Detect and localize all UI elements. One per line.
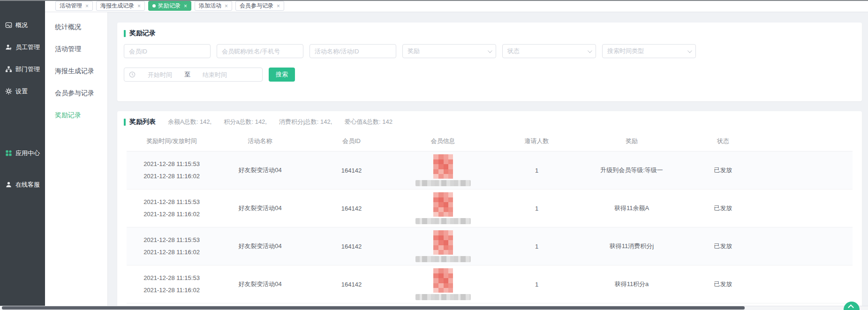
filter-text-input[interactable]: [309, 44, 396, 58]
primary-sidebar-item[interactable]: 概况: [0, 14, 45, 36]
tab[interactable]: 添加活动 ×: [195, 1, 232, 11]
overview-chart-icon: [5, 22, 12, 29]
cell-status: 已发放: [676, 204, 770, 212]
cell-invite-count: 1: [486, 167, 587, 174]
cell-member-info: [400, 154, 486, 186]
secondary-sidebar-item[interactable]: 奖励记录: [45, 104, 107, 126]
reward-total-stat: 积分a总数: 142,: [224, 118, 267, 126]
cell-member-info: [400, 230, 486, 262]
end-time-input[interactable]: [193, 71, 236, 78]
tab[interactable]: 奖励记录 ×: [148, 1, 191, 11]
primary-sidebar-group-main: 概况 员工管理 部门管理 设置: [0, 14, 45, 102]
cell-member-info: [400, 268, 486, 300]
cell-reward: 获得11余额A: [587, 204, 676, 212]
cell-member-id: 164142: [303, 205, 400, 212]
tab-close-icon[interactable]: ×: [225, 3, 228, 9]
reward-time: 2021-12-28 11:15:53: [127, 272, 217, 284]
reward-time: 2021-12-28 11:15:53: [127, 196, 217, 208]
secondary-sidebar-item-label: 海报生成记录: [55, 67, 94, 76]
filter-select[interactable]: 搜索时间类型: [602, 44, 696, 58]
title-accent-bar: [124, 30, 126, 37]
customer-service-icon: [5, 181, 12, 189]
tab-close-icon[interactable]: ×: [137, 3, 141, 9]
member-info: [400, 268, 486, 300]
cell-activity-name: 好友裂变活动04: [217, 204, 303, 212]
table-body: 2021-12-28 11:15:53 2021-12-28 11:16:02 …: [127, 151, 853, 303]
primary-sidebar-item[interactable]: 在线客服: [0, 174, 45, 196]
primary-sidebar-item[interactable]: 员工管理: [0, 36, 45, 58]
start-time-input[interactable]: [138, 71, 181, 78]
grant-time: 2021-12-28 11:16:02: [127, 208, 217, 220]
lower-pane: 统计概况 活动管理 海报生成记录 会员参与记录 奖励记录 奖励记录 奖励: [45, 12, 868, 310]
window-top-edge: [0, 0, 868, 1]
employee-icon: [5, 44, 12, 51]
secondary-sidebar-item[interactable]: 统计概况: [45, 16, 107, 38]
table-row: 2021-12-28 11:15:53 2021-12-28 11:16:02 …: [127, 151, 853, 189]
chevron-up-icon: [848, 304, 854, 310]
tab-close-icon[interactable]: ×: [85, 3, 89, 9]
filter-text-input[interactable]: [217, 44, 303, 58]
tab[interactable]: 活动管理 ×: [55, 1, 93, 11]
tab-label: 活动管理: [60, 2, 82, 10]
search-panel-title: 奖励记录: [124, 29, 855, 38]
cell-status: 已发放: [676, 166, 770, 174]
tab[interactable]: 会员参与记录 ×: [235, 1, 284, 11]
tab[interactable]: 海报生成记录 ×: [96, 1, 145, 11]
tab-close-icon[interactable]: ×: [277, 3, 280, 9]
primary-sidebar-item[interactable]: 设置: [0, 80, 45, 102]
filter-select[interactable]: 状态: [502, 44, 596, 58]
title-accent-bar: [124, 119, 126, 126]
cell-activity-name: 好友裂变活动04: [217, 280, 303, 288]
secondary-sidebar-item[interactable]: 海报生成记录: [45, 60, 107, 82]
member-info: [400, 154, 486, 186]
cell-reward: 获得11积分a: [587, 280, 676, 288]
horizontal-scrollbar-track: [0, 306, 868, 310]
grant-time: 2021-12-28 11:16:02: [127, 284, 217, 296]
secondary-sidebar-item-label: 会员参与记录: [55, 89, 94, 98]
cell-reward-time: 2021-12-28 11:15:53 2021-12-28 11:16:02: [127, 234, 217, 258]
tab-bar: 活动管理 × 海报生成记录 × 奖励记录 × 添加活动 × 会员参与记录 ×: [45, 0, 868, 12]
right-pane: 活动管理 × 海报生成记录 × 奖励记录 × 添加活动 × 会员参与记录 × 统…: [45, 0, 868, 310]
filter-text-input[interactable]: [124, 44, 211, 58]
cell-reward: 获得11消费积分j: [587, 242, 676, 250]
primary-sidebar-item-label: 设置: [15, 87, 28, 96]
tab-label: 会员参与记录: [240, 2, 273, 10]
tab-close-icon[interactable]: ×: [184, 3, 187, 9]
primary-sidebar-item-label: 员工管理: [15, 43, 40, 52]
reward-total-stat: 爱心值&总数: 142: [344, 118, 392, 126]
department-org-icon: [5, 66, 12, 73]
date-range-separator: 至: [184, 70, 190, 79]
primary-sidebar-item[interactable]: 部门管理: [0, 58, 45, 80]
chevron-down-icon: [687, 48, 692, 53]
member-info: [400, 192, 486, 224]
cell-reward-time: 2021-12-28 11:15:53 2021-12-28 11:16:02: [127, 196, 217, 220]
horizontal-scrollbar-thumb[interactable]: [2, 306, 745, 310]
secondary-sidebar-item[interactable]: 会员参与记录: [45, 82, 107, 104]
table-column-header: 奖励: [587, 137, 676, 145]
date-range-picker[interactable]: 至: [124, 68, 263, 82]
filter-select[interactable]: 奖励: [402, 44, 496, 58]
cell-invite-count: 1: [486, 281, 587, 288]
secondary-sidebar-item-label: 统计概况: [55, 23, 81, 31]
main-content: 奖励记录 奖励 状态 搜索时间类型: [108, 12, 868, 310]
filter-selects: 奖励 状态 搜索时间类型: [402, 44, 696, 58]
primary-sidebar-item-label: 部门管理: [15, 65, 40, 74]
avatar-pixelated: [433, 230, 453, 255]
search-button[interactable]: 搜索: [269, 68, 295, 82]
table-column-header: 活动名称: [217, 137, 303, 145]
member-name-blurred: [415, 256, 471, 262]
reward-list-panel: 奖励列表 余额A总数: 142,积分a总数: 142,消费积分j总数: 142,…: [117, 111, 862, 310]
reward-record-search-panel: 奖励记录 奖励 状态 搜索时间类型: [117, 23, 862, 101]
primary-sidebar-item[interactable]: 应用中心: [0, 142, 45, 164]
avatar-pixelated: [433, 192, 453, 217]
secondary-sidebar-item[interactable]: 活动管理: [45, 38, 107, 60]
select-placeholder: 搜索时间类型: [607, 47, 644, 55]
select-placeholder: 状态: [507, 47, 520, 55]
cell-status: 已发放: [676, 280, 770, 288]
table-row: 2021-12-28 11:15:53 2021-12-28 11:16:02 …: [127, 265, 853, 303]
app-root: 概况 员工管理 部门管理 设置 应用中心 在线客服 活动管理 × 海报生成记录 …: [0, 0, 868, 310]
cell-reward-time: 2021-12-28 11:15:53 2021-12-28 11:16:02: [127, 272, 217, 296]
primary-sidebar-group-extra: 应用中心 在线客服: [0, 142, 45, 196]
grant-time: 2021-12-28 11:16:02: [127, 246, 217, 258]
cell-status: 已发放: [676, 242, 770, 250]
